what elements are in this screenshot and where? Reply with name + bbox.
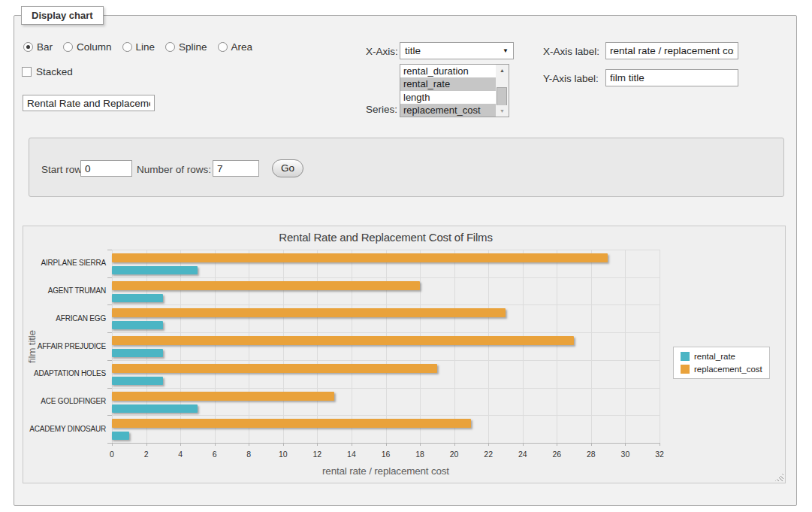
series-option-length[interactable]: length [400, 91, 497, 104]
x-tick-mark [660, 443, 660, 446]
start-row-input[interactable] [80, 160, 132, 177]
y-tick-mark [107, 304, 112, 305]
y-tick-mark [107, 443, 112, 444]
chart-container: Rental Rate and Replacement Cost of Film… [23, 226, 786, 483]
y-tick-mark [107, 250, 112, 250]
x-tick-label: 10 [272, 450, 294, 459]
radio-label: Spline [179, 41, 207, 53]
series-scrollbar[interactable]: ▲ ▼ [496, 65, 509, 117]
bar-replacement-cost[interactable] [112, 419, 471, 428]
radio-icon[interactable] [23, 42, 33, 52]
category-label: ACE GOLDFINGER [27, 397, 106, 406]
legend-swatch-icon [681, 352, 690, 361]
y-gridline [112, 388, 660, 389]
scroll-down-icon[interactable]: ▼ [496, 105, 509, 117]
x-tick-label: 6 [204, 450, 226, 459]
y-gridline [112, 304, 660, 305]
y-tick-mark [107, 277, 112, 278]
chart-title-input[interactable] [23, 95, 155, 111]
series-listbox[interactable]: rental_durationrental_ratelengthreplacem… [400, 64, 509, 117]
start-row-label: Start row: [41, 164, 85, 175]
radio-option-spline[interactable]: Spline [165, 41, 207, 53]
x-tick-label: 14 [340, 450, 363, 459]
y-gridline [112, 415, 660, 416]
stacked-checkbox-icon[interactable] [22, 67, 32, 77]
x-tick-label: 8 [237, 450, 260, 459]
x-tick-label: 32 [648, 450, 671, 459]
y-axis-label-field-label: Y-Axis label: [543, 73, 599, 84]
radio-icon[interactable] [165, 42, 175, 52]
x-axis-selected-value: title [405, 45, 421, 56]
bar-rental-rate[interactable] [112, 349, 163, 357]
bar-replacement-cost[interactable] [112, 281, 420, 290]
radio-icon[interactable] [63, 42, 73, 52]
radio-option-column[interactable]: Column [63, 41, 112, 53]
radio-label: Line [136, 41, 155, 53]
y-tick-mark [107, 332, 112, 333]
bar-rental-rate[interactable] [112, 432, 129, 440]
y-gridline [112, 250, 660, 250]
radio-option-area[interactable]: Area [218, 41, 253, 53]
y-axis-label-input[interactable] [605, 69, 738, 86]
x-gridline [283, 250, 284, 443]
x-gridline [112, 250, 113, 443]
category-label: AIRPLANE SIERRA [27, 259, 106, 268]
stacked-label: Stacked [36, 66, 73, 77]
resize-handle-icon[interactable] [775, 473, 783, 481]
x-tick-label: 24 [512, 450, 534, 459]
x-gridline [420, 250, 421, 443]
radio-option-line[interactable]: Line [122, 41, 155, 53]
x-axis-title: rental rate / replacement cost [112, 465, 660, 477]
category-label: AGENT TRUMAN [27, 286, 106, 295]
chart-type-radio-group: BarColumnLineSplineArea [23, 41, 252, 53]
scroll-up-icon[interactable]: ▲ [496, 65, 509, 76]
scrollbar-thumb[interactable] [497, 87, 507, 106]
radio-label: Bar [37, 41, 53, 53]
x-tick-label: 12 [306, 450, 328, 459]
bar-replacement-cost[interactable] [112, 253, 608, 262]
category-label: AFFAIR PREJUDICE [27, 342, 106, 351]
radio-option-bar[interactable]: Bar [23, 41, 53, 53]
x-gridline [625, 250, 626, 443]
x-gridline [523, 250, 524, 443]
x-gridline [591, 250, 592, 443]
bar-replacement-cost[interactable] [112, 392, 334, 401]
category-label: ADAPTATION HOLES [27, 369, 106, 378]
stacked-option[interactable]: Stacked [22, 66, 73, 77]
x-axis-label-input[interactable] [605, 42, 738, 59]
x-axis-select[interactable]: title ▼ [400, 42, 514, 59]
x-gridline [557, 250, 557, 443]
chevron-down-icon: ▼ [503, 47, 509, 54]
series-option-replacement-cost[interactable]: replacement_cost [400, 104, 497, 117]
bar-rental-rate[interactable] [112, 294, 163, 302]
chart-title: Rental Rate and Replacement Cost of Film… [112, 231, 660, 244]
series-select-label: Series: [366, 104, 397, 115]
x-gridline [180, 250, 181, 443]
bar-replacement-cost[interactable] [112, 308, 506, 317]
number-of-rows-input[interactable] [213, 160, 259, 177]
category-label: ACADEMY DINOSAUR [27, 425, 106, 434]
number-of-rows-label: Number of rows: [137, 164, 211, 175]
x-tick-label: 2 [135, 450, 158, 459]
radio-icon[interactable] [218, 42, 228, 52]
go-button[interactable]: Go [272, 159, 303, 177]
bar-chart: Rental Rate and Replacement Cost of Film… [23, 226, 785, 483]
radio-icon[interactable] [122, 42, 132, 52]
bar-rental-rate[interactable] [112, 321, 163, 329]
x-gridline [488, 250, 489, 443]
x-tick-label: 20 [443, 450, 466, 459]
bar-rental-rate[interactable] [112, 266, 198, 274]
bar-replacement-cost[interactable] [112, 364, 437, 373]
x-tick-label: 16 [375, 450, 397, 459]
bar-replacement-cost[interactable] [112, 336, 574, 345]
y-gridline [112, 360, 660, 361]
bar-rental-rate[interactable] [112, 404, 198, 413]
series-option-rental-duration[interactable]: rental_duration [400, 65, 497, 77]
y-gridline [112, 277, 660, 278]
x-tick-label: 26 [545, 450, 568, 459]
y-tick-mark [107, 415, 112, 416]
series-option-rental-rate[interactable]: rental_rate [400, 77, 497, 90]
x-gridline [386, 250, 387, 443]
x-axis-select-label: X-Axis: [366, 46, 398, 57]
bar-rental-rate[interactable] [112, 377, 163, 385]
